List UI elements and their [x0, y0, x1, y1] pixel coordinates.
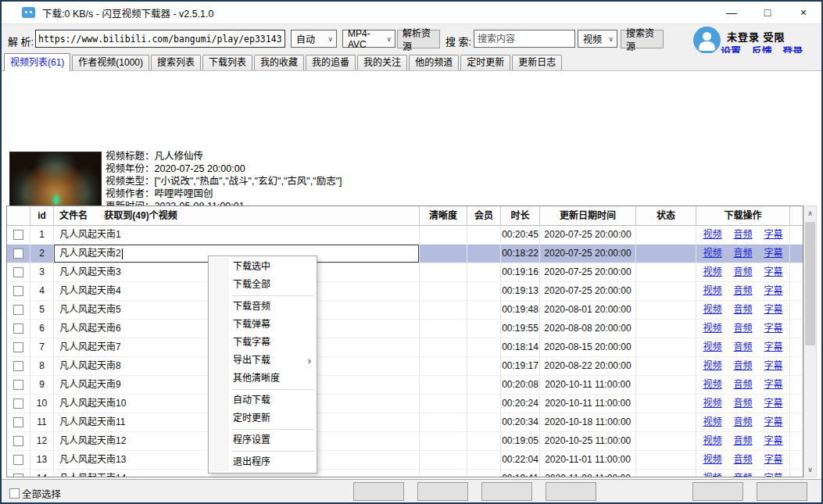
download-subtitle-link[interactable]: 字幕	[764, 413, 783, 431]
download-subtitle-link[interactable]: 字幕	[764, 451, 783, 469]
context-menu-item[interactable]: 下载选中 ›	[209, 258, 317, 276]
table-row[interactable]: 8 凡人风起天南8 凡人风起天南8 00:19:17 2020-08-22 20…	[7, 357, 803, 376]
context-menu-item[interactable]: 下载全部 ›	[209, 276, 317, 294]
scrollbar-thumb[interactable]	[805, 222, 815, 345]
tab[interactable]: 我的追番	[306, 55, 356, 70]
table-row[interactable]: 7 凡人风起天南7 凡人风起天南7 00:18:14 2020-08-15 20…	[7, 338, 803, 357]
vertical-scrollbar[interactable]: ∧ ∨	[803, 206, 817, 477]
download-subtitle-link[interactable]: 字幕	[764, 282, 783, 300]
bottom-download-button[interactable]	[757, 482, 807, 501]
download-video-link[interactable]: 视频	[703, 320, 721, 338]
context-menu-item[interactable]: 定时更新 ›	[209, 409, 317, 427]
bottom-download-button[interactable]	[417, 482, 468, 501]
tab[interactable]: 下载列表	[202, 55, 252, 70]
download-video-link[interactable]: 视频	[703, 282, 721, 300]
select-all-checkbox[interactable]	[9, 488, 20, 499]
download-audio-link[interactable]: 音频	[733, 357, 752, 375]
table-row[interactable]: 2 凡人风起天南2 凡人风起天南2 00:18:22 2020-07-25 20…	[7, 245, 803, 263]
download-audio-link[interactable]: 音频	[733, 376, 752, 394]
context-menu-item[interactable]: 导出下载 ›	[209, 352, 317, 370]
context-menu-item[interactable]: 退出程序 ›	[209, 453, 317, 471]
row-checkbox[interactable]	[13, 248, 23, 259]
tab[interactable]: 他的频道	[409, 55, 459, 70]
download-video-link[interactable]: 视频	[703, 226, 721, 244]
download-subtitle-link[interactable]: 字幕	[764, 226, 783, 244]
tab[interactable]: 作者视频(1000)	[72, 55, 149, 70]
download-audio-link[interactable]: 音频	[733, 395, 752, 413]
search-type-select[interactable]: 视频 ∨	[578, 30, 617, 48]
row-checkbox[interactable]	[13, 305, 23, 315]
format-select[interactable]: MP4-AVC ∨	[342, 30, 395, 48]
download-audio-link[interactable]: 音频	[733, 413, 752, 431]
tab[interactable]: 更新日志	[512, 55, 562, 70]
maximize-button[interactable]: □	[750, 2, 785, 23]
bottom-download-button[interactable]	[546, 482, 596, 501]
minimize-button[interactable]: —	[714, 2, 750, 23]
url-input[interactable]	[35, 30, 285, 48]
download-video-link[interactable]: 视频	[703, 395, 721, 413]
scroll-down-icon[interactable]: ∨	[804, 463, 816, 476]
row-checkbox[interactable]	[13, 474, 23, 477]
table-row[interactable]: 10 凡人风起天南10 凡人风起天南10 00:20:24 2020-10-11…	[7, 395, 803, 413]
download-video-link[interactable]: 视频	[703, 432, 721, 450]
table-row[interactable]: 6 凡人风起天南6 凡人风起天南6 00:19:55 2020-08-08 20…	[7, 320, 803, 338]
context-menu-item[interactable]: 下载音频 ›	[209, 298, 317, 316]
download-audio-link[interactable]: 音频	[733, 282, 752, 300]
download-video-link[interactable]: 视频	[703, 245, 721, 263]
download-subtitle-link[interactable]: 字幕	[764, 470, 783, 477]
download-subtitle-link[interactable]: 字幕	[764, 432, 783, 450]
row-checkbox[interactable]	[13, 455, 23, 465]
download-video-link[interactable]: 视频	[703, 451, 721, 469]
download-audio-link[interactable]: 音频	[733, 320, 752, 338]
download-audio-link[interactable]: 音频	[733, 432, 752, 450]
context-menu-item[interactable]: 下载字幕 ›	[209, 334, 317, 352]
row-checkbox[interactable]	[13, 436, 23, 446]
download-audio-link[interactable]: 音频	[733, 301, 752, 319]
row-checkbox[interactable]	[13, 361, 23, 371]
row-checkbox[interactable]	[13, 399, 23, 409]
table-row[interactable]: 12 凡人风起天南12 凡人风起天南12 00:19:05 2020-10-25…	[7, 432, 803, 451]
row-checkbox[interactable]	[13, 417, 23, 427]
download-audio-link[interactable]: 音频	[733, 226, 752, 244]
row-checkbox[interactable]	[13, 286, 23, 296]
user-avatar[interactable]	[693, 27, 721, 54]
scroll-up-icon[interactable]: ∧	[804, 207, 816, 220]
close-button[interactable]: ×	[785, 2, 821, 23]
parse-resource-button[interactable]: 解析资源	[397, 30, 440, 48]
row-checkbox[interactable]	[13, 323, 23, 334]
row-checkbox[interactable]	[13, 342, 23, 352]
row-checkbox[interactable]	[13, 380, 23, 390]
download-video-link[interactable]: 视频	[703, 413, 721, 431]
mode-select[interactable]: 自动 ∨	[291, 30, 337, 48]
bottom-download-button[interactable]	[692, 482, 743, 501]
bottom-download-button[interactable]	[353, 482, 404, 501]
row-checkbox[interactable]	[13, 267, 23, 277]
download-video-link[interactable]: 视频	[703, 470, 721, 477]
download-audio-link[interactable]: 音频	[733, 263, 752, 281]
table-row[interactable]: 3 凡人风起天南3 凡人风起天南3 00:19:16 2020-07-25 20…	[7, 263, 803, 282]
tab[interactable]: 搜索列表	[151, 55, 201, 70]
download-audio-link[interactable]: 音频	[733, 245, 752, 263]
search-input[interactable]	[474, 30, 575, 48]
context-menu-item[interactable]: 自动下载 ›	[209, 391, 317, 409]
tab[interactable]: 视频列表(61)	[4, 53, 70, 71]
context-menu-item[interactable]: 其他清晰度 ›	[209, 370, 317, 388]
table-row[interactable]: 13 凡人风起天南13 凡人风起天南13 00:22:04 2020-11-01…	[7, 451, 803, 470]
download-audio-link[interactable]: 音频	[733, 451, 752, 469]
download-video-link[interactable]: 视频	[703, 338, 721, 356]
tab[interactable]: 我的关注	[357, 55, 407, 70]
download-audio-link[interactable]: 音频	[733, 470, 752, 477]
download-video-link[interactable]: 视频	[703, 376, 721, 394]
download-subtitle-link[interactable]: 字幕	[764, 357, 783, 375]
table-row[interactable]: 14 凡人风起天南14 凡人风起天南14 00:19:41 2020-11-08…	[7, 470, 803, 477]
download-video-link[interactable]: 视频	[703, 357, 721, 375]
bottom-download-button[interactable]	[481, 482, 532, 501]
download-audio-link[interactable]: 音频	[733, 338, 752, 356]
table-row[interactable]: 1 凡人风起天南1 凡人风起天南1 00:20:45 2020-07-25 20…	[7, 226, 803, 245]
tab[interactable]: 定时更新	[460, 55, 510, 70]
download-subtitle-link[interactable]: 字幕	[764, 376, 783, 394]
row-checkbox[interactable]	[13, 230, 23, 240]
context-menu-item[interactable]: 程序设置 ›	[209, 431, 317, 449]
context-menu-item[interactable]: 下载弹幕 ›	[209, 316, 317, 334]
download-subtitle-link[interactable]: 字幕	[764, 245, 783, 263]
